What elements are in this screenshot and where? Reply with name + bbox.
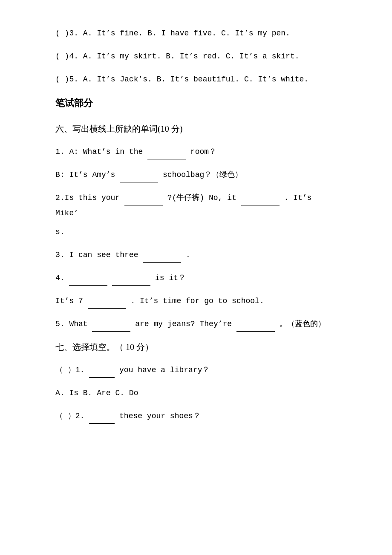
- section6-q1b: B: It’s Amy’s schoolbag？（绿色）: [55, 167, 337, 182]
- blank-q4a[interactable]: [69, 276, 107, 286]
- q2-cont-text: s.: [55, 228, 65, 236]
- q2-note: ?(牛仔裤) No, it: [167, 194, 236, 202]
- section6-q2-cont: s.: [55, 224, 337, 240]
- q5-start: 5. What: [55, 320, 88, 328]
- q4b-start: It’s 7: [55, 297, 83, 305]
- q1b-end: schoolbag？（绿色）: [163, 171, 242, 179]
- section6-q3: 3. I can see three .: [55, 247, 337, 263]
- q4-options: A. It’s my skirt. B. It’s red. C. It’s a…: [83, 52, 300, 61]
- section7-q1-options: A. Is B. Are C. Do: [55, 385, 337, 401]
- section7-q2: （ ）2. these your shoes？: [55, 408, 337, 424]
- question-3: ( )3. A. It’s fine. B. I have five. C. I…: [55, 26, 337, 41]
- s7q2-text: these your shoes？: [119, 412, 201, 420]
- written-part-title: 笔试部分: [55, 95, 337, 112]
- question-5: ( )5. A. It’s Jack’s. B. It’s beautiful.…: [55, 72, 337, 87]
- q4-label: ( )4.: [55, 52, 78, 61]
- blank-s7q2[interactable]: [89, 414, 115, 424]
- section7-title: 七、选择填空。（ 10 分）: [55, 339, 337, 355]
- blank-q4b[interactable]: [112, 276, 150, 286]
- section6-q5: 5. What are my jeans? They’re 。（蓝色的）: [55, 316, 337, 332]
- q1a-text: 1. A: What’s in the: [55, 147, 143, 156]
- s7q1-options: A. Is B. Are C. Do: [55, 389, 138, 397]
- question-4: ( )4. A. It’s my skirt. B. It’s red. C. …: [55, 49, 337, 64]
- blank-q2a[interactable]: [124, 196, 163, 205]
- blank-q1a[interactable]: [147, 150, 186, 159]
- section6-title: 六、写出横线上所缺的单词(10 分): [55, 121, 337, 136]
- section6-q4b: It’s 7 . It’s time for go to school.: [55, 293, 337, 309]
- s7q2-prefix: （ ）2.: [55, 412, 84, 420]
- blank-q3[interactable]: [143, 253, 181, 263]
- q4-mid: is it？: [155, 274, 186, 282]
- q3-options: A. It’s fine. B. I have five. C. It’s my…: [83, 29, 290, 38]
- q5-options: A. It’s Jack’s. B. It’s beautiful. C. It…: [83, 75, 308, 84]
- q3-end: .: [186, 251, 190, 259]
- section6-q1a: 1. A: What’s in the room？: [55, 144, 337, 159]
- section6-q4a: 4. is it？: [55, 270, 337, 286]
- q3-text: 3. I can see three: [55, 251, 138, 259]
- s7q1-prefix: （ ）1.: [55, 366, 84, 374]
- q4-blank1-text: 4.: [55, 274, 65, 282]
- blank-q4c[interactable]: [88, 299, 126, 309]
- section6-q2: 2.Is this your ?(牛仔裤) No, it . It’s Mike…: [55, 190, 337, 221]
- blank-q1b[interactable]: [120, 173, 158, 182]
- blank-s7q1[interactable]: [89, 368, 115, 378]
- q5-mid: are my jeans? They’re: [135, 320, 232, 328]
- q1a-end: room？: [190, 147, 216, 156]
- q5-end: 。（蓝色的）: [280, 320, 326, 328]
- q3-label: ( )3.: [55, 29, 78, 38]
- s7q1-text: you have a library？: [119, 366, 210, 374]
- blank-q5b[interactable]: [236, 322, 275, 332]
- blank-q2b[interactable]: [241, 196, 280, 205]
- q4b-end: . It’s time for go to school.: [130, 297, 264, 305]
- q2-start: 2.Is this your: [55, 194, 120, 202]
- q1b-text: B: It’s Amy’s: [55, 171, 115, 179]
- blank-q5a[interactable]: [92, 322, 130, 332]
- section7-q1: （ ）1. you have a library？: [55, 362, 337, 378]
- q5-label: ( )5.: [55, 75, 78, 84]
